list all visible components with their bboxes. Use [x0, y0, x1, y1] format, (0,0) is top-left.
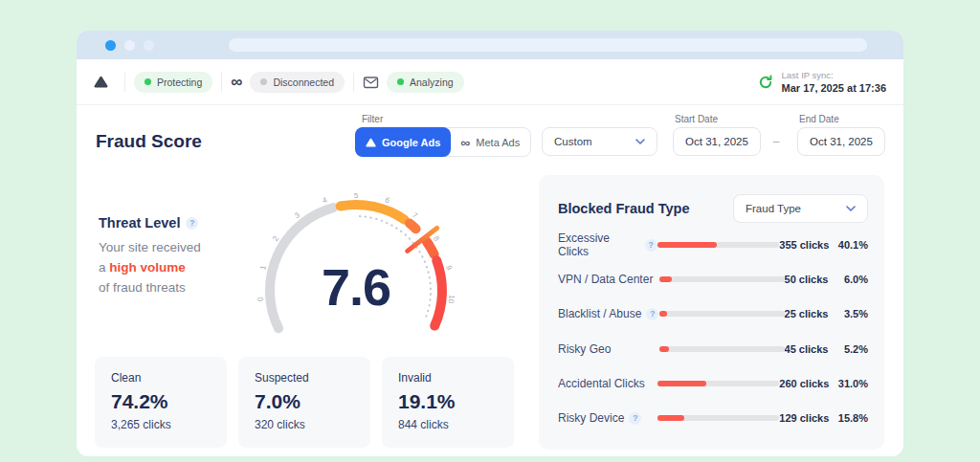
chevron-down-icon: [846, 206, 856, 211]
gauge-tick-label: 3: [293, 210, 301, 220]
gauge-tick-label: 5: [354, 191, 359, 200]
fraud-row-percent: 15.8%: [829, 412, 868, 424]
fraud-row-label: Excessive Clicks?: [558, 231, 657, 258]
panel-title: Blocked Fraud Type: [558, 201, 690, 216]
fraud-row: Risky Geo45 clicks5.2%: [558, 332, 868, 366]
fraud-row-percent: 3.5%: [828, 308, 868, 319]
status-badge-protecting: Protecting: [134, 72, 212, 93]
fraud-bar-track: [657, 415, 780, 421]
gauge-tick-label: 9: [444, 265, 454, 272]
threat-description: Your site received a high volume of frau…: [99, 237, 201, 297]
fraud-row-percent: 40.1%: [829, 239, 868, 251]
fraud-score-gauge: 0123456789107.6: [249, 182, 469, 346]
stat-clicks: 320 clicks: [255, 418, 370, 431]
fraud-bar-fill: [657, 381, 706, 386]
status-dot-icon: [260, 78, 267, 85]
fraud-bar-fill: [657, 415, 684, 421]
fraud-row-percent: 6.0%: [828, 274, 868, 285]
gauge-arc-segment: [427, 242, 434, 254]
fraud-row-clicks: 25 clicks: [785, 308, 829, 319]
gauge-arc-segment: [341, 205, 405, 220]
fraud-type-list: Excessive Clicks?355 clicks40.1%VPN / Da…: [558, 228, 868, 435]
meta-logo-icon: ∞: [231, 74, 242, 90]
start-date-label: Start Date: [675, 114, 718, 124]
page-title: Fraud Score: [96, 131, 202, 152]
window-control-dot[interactable]: [105, 40, 116, 51]
fraud-type-value: Fraud Type: [746, 203, 801, 214]
traffic-stats-row: Clean74.2%3,265 clicksSuspected7.0%320 c…: [95, 357, 514, 448]
fraud-bar-track: [657, 381, 780, 386]
stat-card-suspected: Suspected7.0%320 clicks: [238, 357, 370, 448]
help-icon[interactable]: ?: [629, 412, 641, 425]
browser-window: Protecting ∞ Disconnected Analyzing Last…: [77, 31, 903, 456]
gauge-tick-label: 10: [447, 295, 457, 304]
gauge-value: 7.6: [322, 258, 390, 316]
fraud-row-clicks: 50 clicks: [785, 274, 829, 285]
stat-label: Clean: [111, 371, 227, 385]
email-icon: [363, 76, 379, 89]
fraud-row-clicks: 45 clicks: [785, 343, 829, 355]
status-label: Analyzing: [410, 77, 454, 88]
url-bar[interactable]: [229, 38, 867, 52]
fraud-row: Blacklist / Abuse?25 clicks3.5%: [558, 297, 868, 331]
google-ads-icon: [366, 138, 376, 147]
divider: [221, 73, 222, 92]
help-icon[interactable]: ?: [186, 217, 198, 230]
start-date-input[interactable]: Oct 31, 2025: [673, 127, 761, 156]
help-icon[interactable]: ?: [646, 308, 658, 320]
gauge-arc-segment: [434, 260, 442, 325]
tab-label: Meta Ads: [476, 137, 520, 148]
browser-chrome: [77, 31, 903, 59]
meta-icon: ∞: [460, 136, 470, 149]
tab-meta-ads[interactable]: ∞ Meta Ads: [450, 128, 530, 156]
fraud-bar-fill: [657, 242, 718, 248]
end-date-input[interactable]: Oct 31, 2025: [797, 127, 885, 156]
fraud-bar-track: [659, 311, 785, 317]
tab-label: Google Ads: [382, 137, 440, 148]
window-control-dot[interactable]: [144, 40, 154, 51]
fraud-type-select[interactable]: Fraud Type: [733, 194, 868, 223]
platform-filter-toggle: Google Ads ∞ Meta Ads: [355, 127, 531, 157]
fraud-row-label: Blacklist / Abuse?: [558, 307, 659, 320]
status-badge-disconnected: Disconnected: [250, 72, 345, 93]
chevron-down-icon: [635, 139, 645, 144]
fraud-row-label: Risky Geo: [558, 342, 659, 356]
gauge-tick-label: 2: [271, 234, 280, 243]
last-sync-value: Mar 17, 2025 at 17:36: [782, 82, 886, 94]
fraud-bar-track: [657, 242, 780, 248]
fraud-row: VPN / Data Center50 clicks6.0%: [558, 262, 868, 297]
threat-line2-prefix: a: [99, 260, 106, 275]
stat-label: Invalid: [398, 371, 514, 385]
date-separator: –: [768, 135, 785, 148]
status-dot-icon: [397, 78, 404, 85]
date-range-select[interactable]: Custom: [542, 127, 657, 156]
divider: [353, 73, 354, 92]
stat-card-clean: Clean74.2%3,265 clicks: [95, 357, 227, 448]
date-range-value: Custom: [554, 136, 592, 147]
fraud-bar-fill: [659, 346, 669, 352]
gauge-tick-label: 0: [256, 297, 265, 302]
gauge-tick-label: 4: [322, 195, 329, 205]
last-sync-label: Last IP sync:: [782, 70, 886, 80]
help-icon[interactable]: ?: [645, 239, 657, 252]
fraud-row-label: Risky Device?: [558, 411, 657, 425]
fraud-bar-fill: [659, 276, 672, 282]
status-label: Protecting: [157, 77, 202, 88]
fraud-bar-track: [659, 346, 785, 352]
fraud-row-clicks: 355 clicks: [779, 239, 829, 251]
stat-percentage: 74.2%: [111, 390, 227, 413]
divider: [124, 73, 125, 92]
refresh-icon[interactable]: [758, 75, 773, 90]
stat-label: Suspected: [255, 371, 370, 385]
threat-level-heading: Threat Level ?: [99, 215, 198, 231]
fraud-row-label: VPN / Data Center: [558, 273, 659, 286]
status-label: Disconnected: [273, 77, 334, 88]
fraud-row: Accidental Clicks260 clicks31.0%: [558, 366, 868, 401]
gauge-tick-label: 6: [384, 195, 391, 205]
threat-line1: Your site received: [99, 240, 201, 254]
status-dot-icon: [145, 78, 151, 85]
google-ads-logo-icon: [94, 76, 108, 88]
gauge-arc-segment: [410, 223, 416, 229]
tab-google-ads[interactable]: Google Ads: [355, 127, 451, 157]
window-control-dot[interactable]: [124, 40, 135, 51]
